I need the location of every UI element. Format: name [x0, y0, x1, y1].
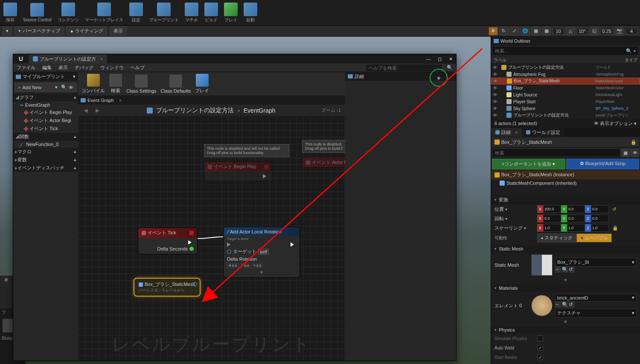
maximize-icon[interactable]: ◻	[434, 55, 445, 63]
menu-window[interactable]: ウィンドウ	[100, 64, 124, 71]
bp-titlebar[interactable]: U ブループリンントの設定方× — ◻ ✕	[13, 54, 456, 64]
breadcrumb-root[interactable]: ブループリンントの設定方法	[156, 107, 234, 114]
content-button[interactable]: コンテンツ	[58, 3, 79, 23]
mobility-static[interactable]: ● スタティック	[537, 233, 576, 242]
outliner-row[interactable]: 👁Box_ブラシ_StaticMeshStaticMeshActor	[491, 78, 640, 84]
blueprint-add-script-button[interactable]: ⚙ Blueprint/Add Scrip	[566, 159, 640, 169]
compile-button[interactable]: コンパイル	[81, 74, 105, 94]
item-tick[interactable]: イベント Tick	[13, 125, 78, 133]
category-static-mesh[interactable]: ▼Static Mesh	[491, 245, 640, 253]
help-search-input[interactable]	[366, 64, 442, 72]
scale-snap-icon[interactable]: ◱	[590, 27, 599, 35]
add-component-button[interactable]: +コンポーネントを追加 ▾	[492, 159, 565, 169]
item-eventgraph[interactable]: ▪▪EventGraph	[13, 102, 78, 108]
marketplace-button[interactable]: マーケットプレイス	[85, 3, 123, 23]
transform-rotate-icon[interactable]: ↻	[499, 27, 509, 35]
reset-icon[interactable]: ↺	[569, 302, 575, 308]
section-functions[interactable]: ◢関数+	[13, 133, 78, 141]
item-beginplay[interactable]: イベント Begin Play	[13, 108, 78, 116]
material-dropdown[interactable]: brick_ancientD▾	[555, 294, 637, 302]
visibility-eye-icon[interactable]: 👁	[493, 106, 498, 111]
outliner-search-input[interactable]	[495, 48, 626, 53]
search-icon[interactable]: 🔍	[447, 65, 453, 70]
category-physics[interactable]: ▼Physics	[491, 326, 640, 334]
minimize-icon[interactable]: —	[423, 55, 434, 63]
node-add-rotation[interactable]: 𝑓Add Actor Local Rotation Target is Acto…	[223, 227, 300, 278]
node-tick[interactable]: イベント Tick Delta Seconds	[138, 227, 198, 254]
node-actor[interactable]: イベント Actor B	[302, 157, 345, 168]
blueprints-button[interactable]: ブループリント	[149, 3, 179, 23]
event-graph-tab[interactable]: Event Graph×	[78, 96, 345, 105]
nav-back-icon[interactable]: ◄	[82, 107, 89, 114]
section-macros[interactable]: ▸マクロ+	[13, 148, 78, 156]
outliner-row[interactable]: 👁Light SourceDirectionalLight	[491, 91, 640, 98]
texture-dropdown[interactable]: テクスチャ▾	[555, 309, 637, 317]
close-icon[interactable]: ✕	[445, 55, 456, 63]
use-selected-icon[interactable]: ←	[555, 302, 561, 308]
outliner-row[interactable]: 👁ブループリンントの設定方法ワールド	[491, 64, 640, 71]
reset-icon[interactable]: ↺	[612, 207, 616, 212]
scale-x-input[interactable]	[543, 224, 561, 232]
rotation-y-input[interactable]	[567, 215, 585, 222]
nav-forward-icon[interactable]: ►	[94, 107, 101, 114]
source-control-button[interactable]: Source Control	[23, 3, 52, 22]
play-button[interactable]: プレイ	[224, 3, 238, 23]
visibility-eye-icon[interactable]: 👁	[493, 99, 498, 104]
menu-debug[interactable]: デバッグ	[75, 64, 93, 71]
search-icon[interactable]: 🔍	[626, 48, 632, 54]
lock-scale-icon[interactable]: 🔒	[612, 225, 618, 231]
viewport[interactable]: 存 フ Bluep U ブループリンントの設定方× — ◻ ✕ ◆ ファイル 編…	[0, 37, 491, 364]
build-button[interactable]: ビルド	[204, 3, 218, 23]
outliner-row[interactable]: 👁ブループリンントの設定方法Level ブループリン	[491, 112, 640, 119]
node-beginplay[interactable]: イベント Begin Play	[204, 161, 272, 181]
angle-snap-value[interactable]: 10°	[576, 28, 588, 35]
scale-snap-value[interactable]: 0.25	[600, 28, 614, 35]
matrix-view-icon[interactable]: ▦	[621, 149, 630, 157]
item-actorbegin[interactable]: イベント Actor Begi	[13, 116, 78, 125]
perspective-dropdown[interactable]: ▾パースペクティブ	[15, 26, 64, 35]
item-newfunction[interactable]: 𝑓NewFunction_0	[13, 141, 78, 148]
auto-weld-checkbox[interactable]	[537, 345, 543, 351]
browse-icon[interactable]: 🔍	[562, 267, 568, 273]
static-mesh-thumb[interactable]	[531, 254, 553, 276]
surface-snap-icon[interactable]: ▦	[531, 27, 541, 35]
menu-view[interactable]: 表示	[58, 64, 68, 71]
outliner-row[interactable]: 👁Atmospheric FogAtmosphericFog	[491, 71, 640, 78]
rotation-x-input[interactable]	[543, 215, 561, 222]
material-thumb[interactable]	[531, 295, 553, 316]
use-selected-icon[interactable]: ←	[555, 267, 561, 273]
actor-name-field[interactable]: Box_ブラシ_StaticMesh🔒	[492, 137, 639, 147]
save-button[interactable]: 保存	[3, 3, 17, 23]
lighting-dropdown[interactable]: ●ライティング	[67, 26, 107, 35]
bp-window-tab[interactable]: ブループリンントの設定方×	[29, 55, 108, 64]
node-variable-box[interactable]: Box_ブラシ_StaticMesh パーシスタントレベルから	[134, 278, 201, 297]
menu-help[interactable]: ヘルプ	[131, 64, 145, 71]
visibility-eye-icon[interactable]: 👁	[493, 65, 498, 70]
location-z-input[interactable]	[591, 205, 609, 213]
search-button[interactable]: 検索	[109, 74, 122, 94]
static-mesh-dropdown[interactable]: Box_ブラシ_St▾	[555, 258, 637, 267]
visibility-eye-icon[interactable]: 👁	[493, 113, 498, 118]
mobility-movable[interactable]: ☀ ムーバブル	[576, 233, 612, 242]
class-defaults-button[interactable]: Class Defaults	[160, 75, 191, 93]
bp-play-button[interactable]: プレイ	[195, 74, 209, 94]
tab-world-settings[interactable]: ワールド設定	[522, 128, 564, 137]
outliner-row[interactable]: 👁Player StartPlayerStart	[491, 98, 640, 105]
view-options-button[interactable]: 👁 表示オプション ▾	[594, 120, 637, 127]
scale-y-input[interactable]	[567, 224, 585, 232]
location-y-input[interactable]	[567, 205, 585, 213]
class-settings-button[interactable]: Class Settings	[126, 75, 156, 93]
breadcrumb-leaf[interactable]: EventGraph	[244, 107, 276, 114]
transform-move-icon[interactable]: ✥	[489, 27, 498, 35]
start-awake-checkbox[interactable]	[537, 354, 543, 360]
col-label[interactable]: ラベル	[491, 56, 593, 64]
category-transform[interactable]: ▼変換	[491, 195, 640, 204]
rotation-z-input[interactable]	[591, 215, 609, 222]
location-x-input[interactable]	[543, 205, 561, 213]
grid-snap-icon[interactable]: ▦	[542, 27, 551, 35]
simulate-physics-checkbox[interactable]	[537, 335, 543, 341]
show-dropdown[interactable]: 表示	[110, 26, 127, 35]
my-blueprint-tab[interactable]: マイブループリント▾	[13, 72, 78, 81]
scale-z-input[interactable]	[591, 224, 609, 232]
add-new-button[interactable]: +Add New▾🔍👁	[15, 83, 76, 92]
